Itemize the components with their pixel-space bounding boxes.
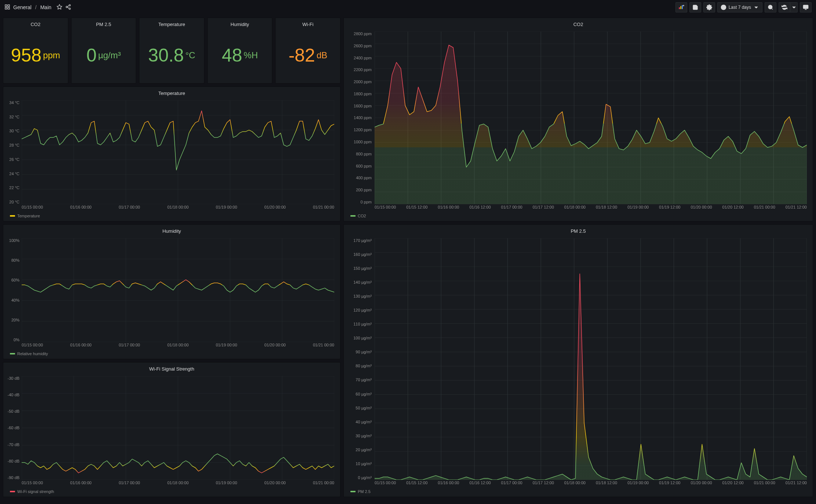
legend-label: PM 2.5	[358, 489, 371, 494]
zoom-out-button[interactable]	[765, 2, 776, 12]
x-axis: 01/15 00:0001/16 00:0001/17 00:0001/18 0…	[22, 342, 334, 350]
x-axis: 01/15 00:0001/16 00:0001/17 00:0001/18 0…	[22, 480, 334, 488]
legend-swatch	[350, 215, 356, 217]
panel-title: Wi-Fi Signal Strength	[3, 363, 340, 373]
x-axis: 01/15 00:0001/15 12:0001/16 00:0001/16 1…	[375, 204, 807, 212]
stat-title: CO2	[3, 18, 68, 27]
legend-swatch	[10, 215, 15, 217]
y-axis: -30 dB-40 dB-50 dB-60 dB-70 dB-80 dB-90 …	[3, 376, 21, 480]
svg-rect-0	[5, 5, 7, 7]
x-axis: 01/15 00:0001/15 12:0001/16 00:0001/16 1…	[375, 480, 807, 488]
save-button[interactable]	[689, 2, 701, 12]
stat-value: 958	[11, 46, 41, 65]
svg-rect-3	[8, 7, 10, 9]
settings-button[interactable]	[703, 2, 715, 12]
tv-mode-button[interactable]	[800, 2, 812, 12]
y-axis: 34 °C32 °C30 °C28 °C26 °C24 °C22 °C20 °C	[3, 100, 21, 204]
stat-title: Wi-Fi	[276, 18, 340, 27]
svg-rect-10	[679, 7, 680, 9]
chart-panel-pm25[interactable]: PM 2.5 170 µg/m³160 µg/m³150 µg/m³140 µg…	[343, 224, 813, 497]
stat-unit: dB	[317, 50, 327, 60]
stat-unit: ppm	[43, 50, 60, 60]
legend-swatch	[350, 491, 356, 492]
legend-swatch	[10, 353, 15, 354]
panel-title: Temperature	[3, 87, 340, 98]
add-panel-button[interactable]	[675, 2, 687, 12]
breadcrumb-page[interactable]: Main	[40, 4, 51, 10]
svg-point-5	[69, 4, 70, 6]
panel-title: Humidity	[3, 225, 340, 235]
y-axis: 2800 ppm2600 ppm2400 ppm2200 ppm2000 ppm…	[344, 32, 373, 204]
refresh-interval-button[interactable]	[790, 2, 798, 12]
chart-panel-wifi[interactable]: Wi-Fi Signal Strength -30 dB-40 dB-50 dB…	[3, 362, 340, 497]
dashboard-grid-icon[interactable]	[4, 4, 10, 11]
stat-panel-wifi[interactable]: Wi-Fi -82dB	[275, 18, 340, 84]
legend-label: Wi-Fi signal strength	[17, 489, 54, 494]
breadcrumb-separator: /	[35, 4, 37, 10]
panel-title: CO2	[344, 18, 813, 29]
time-range-button[interactable]: Last 7 days	[717, 2, 762, 12]
svg-line-9	[68, 5, 69, 7]
legend-item[interactable]: CO2	[350, 214, 366, 218]
share-icon[interactable]	[65, 4, 71, 11]
stat-title: Temperature	[139, 18, 204, 27]
star-icon[interactable]	[57, 4, 62, 11]
chart-plot[interactable]	[22, 100, 334, 204]
chart-plot[interactable]	[375, 238, 807, 480]
svg-rect-12	[682, 5, 683, 9]
chart-plot[interactable]	[22, 238, 334, 342]
refresh-button[interactable]	[779, 2, 790, 12]
y-axis: 100%80%60%40%20%0%	[3, 238, 21, 342]
legend-item[interactable]: Wi-Fi signal strength	[10, 489, 54, 494]
chart-panel-humidity[interactable]: Humidity 100%80%60%40%20%0% 01/15 00:000…	[3, 224, 340, 359]
x-axis: 01/15 00:0001/16 00:0001/17 00:0001/18 0…	[22, 204, 334, 212]
legend-item[interactable]: Relative humidity	[10, 352, 48, 356]
svg-rect-11	[680, 6, 681, 9]
stat-panel-pm25[interactable]: PM 2.5 0µg/m³	[71, 18, 136, 84]
top-toolbar: General / Main Last 7 days	[0, 0, 816, 15]
stat-value: 30.8	[148, 46, 184, 65]
svg-rect-18	[803, 5, 808, 8]
legend-label: Temperature	[17, 214, 40, 218]
stat-unit: %H	[244, 50, 258, 60]
chart-panel-co2[interactable]: CO2 2800 ppm2600 ppm2400 ppm2200 ppm2000…	[343, 18, 813, 221]
chevron-down-icon	[753, 4, 759, 10]
panel-title: PM 2.5	[344, 225, 813, 235]
stat-panel-co2[interactable]: CO2 958ppm	[3, 18, 68, 84]
svg-marker-4	[57, 4, 62, 9]
svg-point-7	[69, 8, 70, 9]
stat-value: 0	[87, 46, 97, 65]
legend-label: CO2	[358, 214, 366, 218]
chart-plot[interactable]	[375, 32, 807, 204]
legend-swatch	[10, 491, 15, 492]
svg-point-6	[66, 6, 68, 8]
stat-value: -82	[288, 46, 315, 65]
stat-value: 48	[222, 46, 242, 65]
legend-label: Relative humidity	[17, 352, 48, 356]
stat-panel-temperature[interactable]: Temperature 30.8°C	[139, 18, 204, 84]
stat-panel-humidity[interactable]: Humidity 48%H	[207, 18, 273, 84]
stat-unit: µg/m³	[98, 50, 121, 60]
svg-rect-2	[5, 7, 7, 9]
svg-line-8	[68, 7, 69, 8]
chart-panel-temperature[interactable]: Temperature 34 °C32 °C30 °C28 °C26 °C24 …	[3, 87, 340, 221]
stat-unit: °C	[185, 50, 195, 60]
legend-item[interactable]: PM 2.5	[350, 489, 371, 494]
legend-item[interactable]: Temperature	[10, 214, 40, 218]
svg-rect-1	[8, 5, 10, 7]
y-axis: 170 µg/m³160 µg/m³150 µg/m³140 µg/m³130 …	[344, 238, 373, 480]
time-range-label: Last 7 days	[729, 5, 751, 10]
chart-plot[interactable]	[22, 376, 334, 480]
breadcrumb-folder[interactable]: General	[13, 4, 32, 10]
stat-title: Humidity	[208, 18, 272, 27]
stat-title: PM 2.5	[72, 18, 136, 27]
svg-line-16	[772, 8, 773, 10]
